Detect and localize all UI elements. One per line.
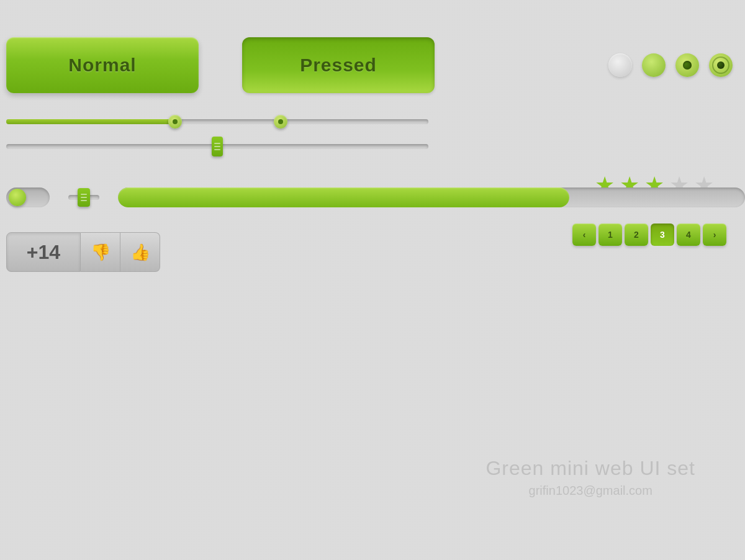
radio-group xyxy=(608,53,733,77)
pressed-button[interactable]: Pressed xyxy=(242,37,435,93)
progress-bar xyxy=(118,187,745,207)
pagination-section: ‹ 1 2 3 4 › xyxy=(572,224,726,246)
dislike-icon: 👎 xyxy=(91,243,111,262)
dislike-button[interactable]: 👎 xyxy=(81,232,120,272)
slider-row-2 xyxy=(6,143,745,150)
radio-selected[interactable] xyxy=(709,53,733,77)
normal-button[interactable]: Normal xyxy=(6,37,199,93)
mini-thumb-line-3 xyxy=(81,200,87,201)
toggle-progress-row xyxy=(6,187,745,207)
radio-half[interactable] xyxy=(642,53,666,77)
pagination-page-4[interactable]: 4 xyxy=(677,224,700,246)
radio-off[interactable] xyxy=(608,53,632,77)
thumb-line-3 xyxy=(214,149,220,150)
mini-slider-thumb[interactable] xyxy=(78,188,90,207)
sliders-section xyxy=(6,118,745,150)
slider-thumb-2[interactable] xyxy=(212,137,223,156)
slider-fill-1 xyxy=(6,119,175,124)
branding: Green mini web UI set grifin1023@gmail.c… xyxy=(485,457,695,498)
slider-row-1 xyxy=(6,118,745,125)
pagination-page-1[interactable]: 1 xyxy=(598,224,622,246)
mini-slider xyxy=(68,187,99,207)
slider-thumb-1a[interactable] xyxy=(168,115,182,129)
pagination-next[interactable]: › xyxy=(703,224,726,246)
vote-count: +14 xyxy=(6,232,81,272)
mini-thumb-line-1 xyxy=(81,194,87,195)
mini-thumb-line-2 xyxy=(81,197,87,198)
buttons-row: Normal Pressed xyxy=(6,37,745,93)
thumb-line-2 xyxy=(214,146,220,147)
progress-fill xyxy=(118,187,569,207)
toggle-switch[interactable] xyxy=(6,187,50,207)
like-icon: 👍 xyxy=(130,243,150,262)
slider-track-2 xyxy=(6,143,428,150)
slider-thumb-1b[interactable] xyxy=(274,115,287,129)
brand-title: Green mini web UI set xyxy=(485,457,695,480)
radio-on[interactable] xyxy=(675,53,699,77)
toggle-knob xyxy=(9,189,26,206)
pagination: ‹ 1 2 3 4 › xyxy=(572,224,726,246)
pagination-page-2[interactable]: 2 xyxy=(625,224,648,246)
slider-track-1 xyxy=(6,118,428,125)
brand-email: grifin1023@gmail.com xyxy=(485,484,695,498)
like-button[interactable]: 👍 xyxy=(120,232,160,272)
pagination-page-3[interactable]: 3 xyxy=(651,224,674,246)
pagination-prev[interactable]: ‹ xyxy=(572,224,596,246)
thumb-line-1 xyxy=(214,143,220,144)
